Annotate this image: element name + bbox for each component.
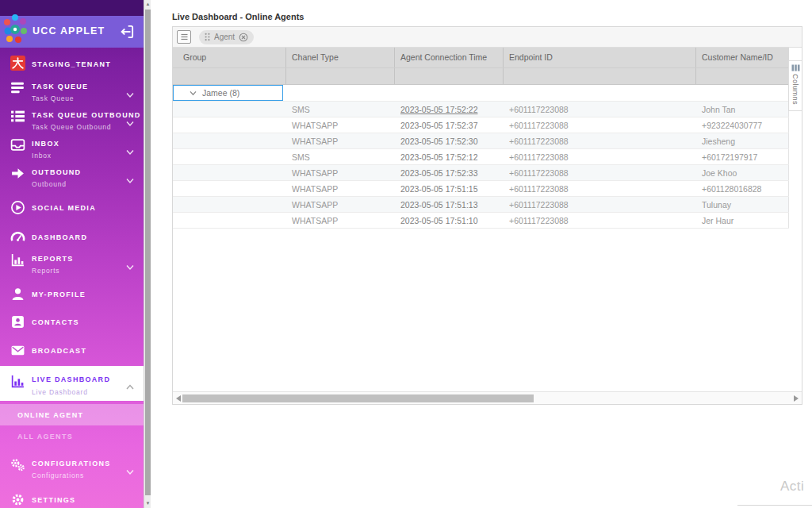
table-row[interactable]: WHATSAPP 2023-05-05 17:52:33 +6011172230… (173, 165, 789, 181)
scroll-down-icon[interactable]: ▼ (144, 499, 151, 508)
cell-connection-time: 2023-05-05 17:52:12 (395, 149, 504, 164)
inbox-icon (10, 137, 25, 152)
tenant-icon (10, 56, 25, 71)
table-row[interactable]: SMS 2023-05-05 17:52:22 +601117223088 Jo… (173, 102, 789, 117)
cell-customer: Joe Khoo (696, 165, 789, 180)
play-circle-icon (10, 200, 25, 215)
gear-icon (10, 492, 25, 507)
gears-icon (10, 457, 25, 472)
sidebar-item-sublabel: Inbox (32, 152, 52, 160)
column-header-agent-connection-time[interactable]: Agent Connection Time (395, 48, 504, 67)
cell-channel: SMS (286, 102, 395, 117)
group-panel-icon[interactable] (177, 30, 191, 44)
sidebar-item-label: REPORTS (32, 255, 74, 263)
cell-customer: +60172197917 (696, 149, 789, 164)
table-row[interactable]: WHATSAPP 2023-05-05 17:51:10 +6011172230… (173, 213, 789, 229)
column-header-chanel-type[interactable]: Chanel Type (286, 48, 395, 67)
sidebar-item-all-agents[interactable]: ALL AGENTS (0, 429, 144, 445)
filter-cell-customer-name-id[interactable] (696, 68, 789, 84)
contact-card-icon (10, 314, 25, 329)
table-header-row: Group Chanel Type Agent Connection Time … (173, 48, 789, 67)
sidebar-item-label: CONTACTS (32, 318, 79, 326)
table-row[interactable]: WHATSAPP 2023-05-05 17:51:15 +6011172230… (173, 181, 789, 197)
sidebar-item-label: INBOX (32, 140, 59, 148)
cell-channel: SMS (286, 149, 395, 164)
group-row-label: Jamee (8) (202, 88, 239, 98)
sidebar-item-dashboard[interactable]: DASHBOARD (0, 229, 144, 247)
sidebar-item-task-queue[interactable]: TASK QUEUE Task Queue (0, 80, 144, 107)
column-header-customer-name-id[interactable]: Customer Name/ID (696, 48, 789, 67)
cell-channel: WHATSAPP (286, 133, 395, 148)
sidebar-item-label: MY-PROFILE (32, 291, 86, 298)
sidebar-item-label: OUTBOUND (32, 168, 81, 176)
sidebar-item-label: TASK QUEUE OUTBOUND (32, 111, 141, 119)
sidebar-scrollbar[interactable]: ▲ ▼ (144, 0, 151, 508)
table-row[interactable]: SMS 2023-05-05 17:52:12 +601117223088 +6… (173, 149, 789, 165)
cell-channel: WHATSAPP (286, 213, 395, 228)
sidebar-item-sublabel: Outbound (32, 180, 67, 188)
sidebar: UCC APPLET STAGING_TENANT TASK QUEUE Tas… (0, 0, 144, 508)
group-cell-jamee[interactable]: Jamee (8) (173, 85, 283, 101)
cell-customer: Tulunay (696, 197, 789, 212)
cell-channel: WHATSAPP (286, 197, 395, 212)
column-header-endpoint-id[interactable]: Endpoint ID (504, 48, 696, 67)
chevron-down-icon (126, 87, 134, 94)
grid-horizontal-scrollbar[interactable] (173, 391, 802, 404)
outbound-arrow-icon (10, 166, 25, 181)
sidebar-item-reports[interactable]: REPORTS Reports (0, 252, 144, 279)
column-chooser-tab[interactable]: Columns (788, 60, 802, 111)
filter-cell-chanel-type[interactable] (286, 68, 395, 84)
sidebar-header: UCC APPLET (0, 16, 144, 48)
sidebar-item-configurations[interactable]: CONFIGURATIONS Configurations (0, 457, 144, 484)
sidebar-item-label: STAGING_TENANT (32, 60, 111, 68)
column-header-group[interactable]: Group (173, 48, 286, 67)
task-queue-outbound-icon (10, 109, 25, 124)
sidebar-item-settings[interactable]: SETTINGS (0, 492, 144, 508)
group-chip-label: Agent (214, 33, 235, 41)
filter-cell-endpoint-id[interactable] (504, 68, 696, 84)
horizontal-scrollbar-thumb[interactable] (182, 394, 534, 402)
page-title: Live Dashboard - Online Agents (172, 12, 304, 21)
filter-cell-group[interactable] (173, 68, 286, 84)
cell-customer: +601128016828 (696, 181, 789, 196)
sidebar-item-sublabel: Configurations (32, 471, 84, 479)
cell-customer: John Tan (696, 102, 789, 117)
scroll-right-icon[interactable] (794, 395, 799, 402)
group-chip-agent[interactable]: Agent (199, 30, 254, 44)
sidebar-item-inbox[interactable]: INBOX Inbox (0, 137, 144, 164)
live-dashboard-icon (10, 374, 25, 389)
cell-connection-time: 2023-05-05 17:51:10 (395, 213, 504, 228)
sidebar-item-contacts[interactable]: CONTACTS (0, 314, 144, 332)
sidebar-item-label: ALL AGENTS (17, 433, 73, 441)
bottom-divider (737, 505, 812, 506)
sidebar-item-label: CONFIGURATIONS (32, 460, 111, 468)
sidebar-item-outbound[interactable]: OUTBOUND Outbound (0, 166, 144, 193)
filter-cell-agent-connection-time[interactable] (395, 68, 504, 84)
scroll-up-icon[interactable]: ▲ (144, 0, 151, 9)
sidebar-item-sublabel: Reports (32, 267, 59, 275)
gauge-icon (10, 229, 25, 244)
remove-group-icon[interactable] (239, 33, 248, 42)
sidebar-item-broadcast[interactable]: BROADCAST (0, 343, 144, 360)
sidebar-item-my-profile[interactable]: MY-PROFILE (0, 287, 144, 304)
scroll-left-icon[interactable] (176, 395, 181, 402)
chevron-down-icon (126, 144, 134, 151)
columns-icon (791, 64, 800, 71)
sidebar-item-label: ONLINE AGENT (17, 411, 83, 419)
sidebar-item-social-media[interactable]: SOCIAL MEDIA (0, 200, 144, 217)
cell-customer: +923224030777 (696, 117, 789, 133)
collapse-group-icon[interactable] (190, 90, 197, 96)
sidebar-item-staging-tenant[interactable]: STAGING_TENANT (0, 56, 144, 75)
app-logo (2, 11, 32, 51)
sidebar-scrollbar-thumb[interactable] (145, 10, 151, 495)
cell-endpoint-id: +601117223088 (504, 165, 696, 180)
table-row[interactable]: WHATSAPP 2023-05-05 17:51:13 +6011172230… (173, 197, 789, 213)
table-row[interactable]: WHATSAPP 2023-05-05 17:52:30 +6011172230… (173, 133, 789, 149)
sidebar-item-online-agent[interactable]: ONLINE AGENT (0, 404, 144, 425)
app-title: UCC APPLET (33, 25, 105, 37)
logout-icon[interactable] (118, 23, 136, 40)
table-row[interactable]: WHATSAPP 2023-05-05 17:52:37 +6011172230… (173, 117, 789, 133)
sidebar-item-live-dashboard[interactable]: LIVE DASHBOARD Live Dashboard (0, 366, 144, 401)
sidebar-item-label: SOCIAL MEDIA (32, 204, 96, 212)
sidebar-item-task-queue-outbound[interactable]: TASK QUEUE OUTBOUND Task Queue Outbound (0, 109, 144, 136)
